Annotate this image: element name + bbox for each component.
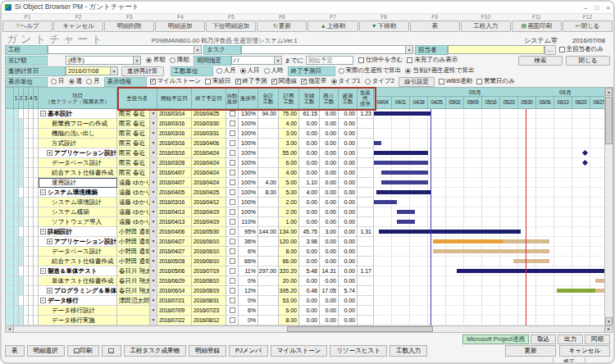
gantt-bar-summary[interactable] [457,269,606,273]
auto-progress-cell[interactable] [226,237,239,247]
end-date-cell[interactable]: 2016/07/19 [192,266,226,276]
planned-effort-cell[interactable]: 6.00 [279,306,299,316]
auto-progress-checkbox[interactable] [230,160,235,166]
assignee-dropdown-icon[interactable]: ▼ [150,148,157,158]
auto-progress-cell[interactable] [226,158,239,168]
auto-progress-cell[interactable] [226,109,239,119]
task-name-cell[interactable]: −システム環境構築 [39,188,117,198]
gantt-bar-summary[interactable] [374,151,428,155]
checkbox-icon[interactable] [205,79,211,84]
end-date-cell[interactable]: 2016/03/31 [192,129,226,139]
task-name-cell[interactable]: システム環境設計 [39,198,117,207]
minimize-icon[interactable]: – [584,4,587,11]
auto-progress-cell[interactable] [226,188,239,198]
end-date-cell[interactable]: 2016/08/10 [192,276,226,286]
planned-effort-cell[interactable]: 4.00 [279,168,299,178]
radio-icon[interactable] [51,79,57,84]
collapse-icon[interactable]: − [40,298,46,303]
start-date-cell[interactable]: 2016/04/13 [157,207,192,217]
start-date-cell[interactable]: 2016/07/21 [157,296,192,306]
planned-effort-cell[interactable]: 53.00 [279,296,299,306]
assignee-cell[interactable]: 遠藤 ゆかり [117,207,150,217]
assignee-cell[interactable]: 雨宮 春近 [117,139,150,148]
task-name-cell[interactable]: −データ移行 [39,296,117,306]
checkbox-icon[interactable] [476,79,482,84]
table-row[interactable]: 方式設計雨宮 春近▼2016/03/162016/04/06100%3.000.… [6,139,374,148]
fkey-button-f7[interactable]: ▲上移動 [308,20,358,32]
fkey-button-f6[interactable]: ↻更新 [257,20,307,32]
checkbox-icon[interactable] [407,57,412,63]
assignee-cell[interactable]: 小野田 通哉 [117,237,150,247]
table-row[interactable]: データ移行設計▼2016/07/092016/07/236%6.000.000.… [6,306,374,316]
auto-progress-checkbox[interactable] [230,268,235,274]
planned-effort-cell[interactable]: 55.00 [279,148,299,158]
table-row[interactable]: 新業務フローの作成雨宮 春近▼2016/03/162016/03/30100%4… [6,119,374,129]
fkey-button-f5[interactable]: 下位明細追加 [206,20,256,32]
auto-progress-checkbox[interactable] [230,239,235,244]
assignee-dropdown-icon[interactable]: ▼ [150,198,157,207]
assignee-dropdown-icon[interactable]: ▼ [150,178,157,188]
row-gutter[interactable] [6,306,14,316]
period-type-combo[interactable]: 開始予定 [306,56,353,65]
assignee-picker-button[interactable]: … [544,45,556,55]
assignee-cell[interactable]: 小野田 通哉 [117,257,150,266]
gantt-bar-summary[interactable] [374,111,430,116]
auto-progress-checkbox[interactable] [230,199,235,205]
start-date-cell[interactable]: 2016/03/16 [157,198,192,207]
radio-icon[interactable] [331,79,337,84]
assignee-dropdown-icon[interactable]: ▼ [150,109,157,119]
assignee-dropdown-icon[interactable]: ▼ [150,237,157,247]
task-name-cell[interactable]: −製造＆単体テスト [39,266,117,276]
planned-effort-cell[interactable]: 2.00 [279,198,299,207]
gantt-bar-actual[interactable] [433,239,505,243]
end-date-cell[interactable]: 2016/04/12 [192,198,226,207]
planned-effort-cell[interactable]: 320.20 [279,266,299,276]
start-date-cell[interactable]: 2016/03/16 [157,119,192,129]
gantt-bar-done[interactable] [381,180,427,184]
assignee-cell[interactable]: 遠藤 ゆかり [117,188,150,198]
auto-progress-cell[interactable] [226,119,239,129]
auto-progress-cell[interactable] [226,247,239,257]
checkbox-icon[interactable] [301,79,307,84]
end-date-cell[interactable]: 2016/04/25 [192,188,226,198]
row-gutter[interactable] [6,207,14,217]
planned-effort-cell[interactable]: 75.00 [279,109,299,119]
assignee-dropdown-icon[interactable]: ▼ [150,188,157,198]
row-gutter[interactable] [6,168,14,178]
row-gutter[interactable] [6,109,14,119]
checkbox-icon[interactable] [235,79,241,84]
table-row[interactable]: +アプリケーション設計雨宮 春近▼2016/03/162016/04/24100… [6,148,374,158]
fkey-button-f1[interactable]: ?ヘルプ [2,20,52,32]
assignee-cell[interactable]: 雨宮 春近 [117,148,150,158]
end-date-cell[interactable]: 2016/04/06 [192,139,226,148]
auto-progress-checkbox[interactable] [230,248,235,254]
start-date-cell[interactable]: 2016/04/27 [157,237,192,247]
task-name-cell[interactable]: 運用設計 [39,178,117,188]
gantt-bar-done[interactable] [397,210,415,214]
auto-progress-cell[interactable] [226,316,239,325]
auto-progress-cell[interactable] [226,266,239,276]
checkbox-icon[interactable] [271,79,277,84]
table-row[interactable]: −詳細設計小野田 通哉▼2016/04/062016/05/3095%144.0… [6,227,374,237]
task-name-cell[interactable]: −詳細設計 [39,227,117,237]
end-date-cell[interactable]: 2016/06/10 [192,237,226,247]
task-name-cell[interactable]: 単体テスト仕様書作成 [39,276,117,286]
task-name-cell[interactable]: データ移行設計 [39,306,117,316]
radio-icon[interactable] [240,68,246,74]
mp-取込-button[interactable]: 取込 [531,334,556,344]
planned-effort-cell[interactable]: 8.00 [279,316,299,325]
fkey-button-f4[interactable]: 明細追加 [155,20,205,32]
vertical-scroll-thumb[interactable] [605,97,613,144]
assignee-dropdown-icon[interactable]: ▼ [150,207,157,217]
planned-effort-cell[interactable]: 20.00 [279,276,299,286]
radio-icon[interactable] [405,68,411,74]
table-row[interactable]: システム環境設計遠藤 ゆかり▼2016/03/162016/04/12100%2… [6,198,374,207]
table-row[interactable]: データベース設計雨宮 春近▼2016/03/282016/04/24100%6.… [6,158,374,168]
toolbar-button-PJメンバ[interactable]: PJメンバ [229,345,268,357]
radio-icon[interactable] [69,79,75,84]
toolbar-button-明細登録[interactable]: 明細登録 [189,345,226,357]
start-date-cell[interactable]: 2016/04/13 [157,217,192,227]
assignee-dropdown-icon[interactable]: ▼ [150,217,157,227]
toolbar-button-マイルストーン[interactable]: マイルストーン [271,345,328,357]
fkey-button-f2[interactable]: キャンセル [53,20,103,32]
